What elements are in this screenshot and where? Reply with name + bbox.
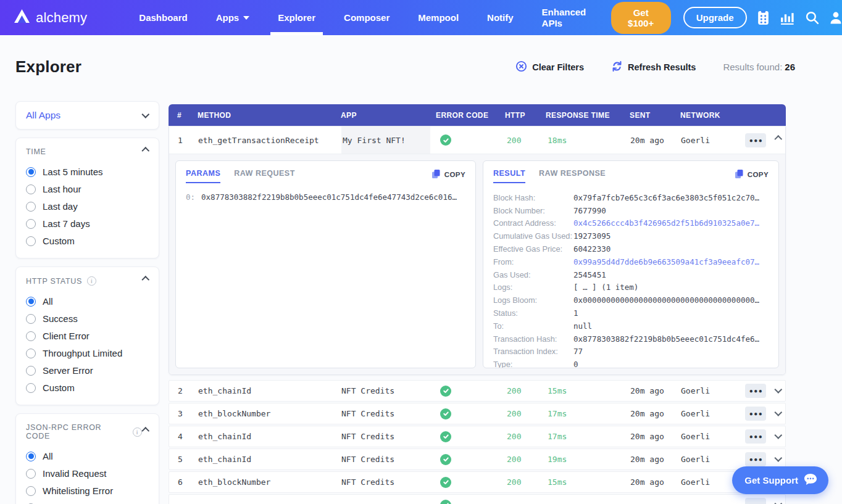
radio-option-last-5-minutes[interactable]: Last 5 minutes [26,167,149,177]
radio-option-custom-http[interactable]: Custom [26,382,149,393]
info-icon[interactable]: i [133,428,142,437]
radio-option-client-error[interactable]: Client Error [26,331,149,341]
collapse-chevron-icon[interactable] [141,147,149,155]
radio-option-server-error[interactable]: Server Error [26,365,149,376]
row-more-button[interactable]: ●●● [745,498,766,504]
radio-option-throughput-limited[interactable]: Throughput Limited [26,348,149,358]
collapse-chevron-icon[interactable] [141,276,149,284]
info-icon[interactable]: i [87,276,96,286]
row-more-button[interactable]: ●●● [745,429,766,444]
copy-request-button[interactable]: COPY [431,169,465,180]
get-credit-button[interactable]: Get $100+ [611,2,671,34]
radio-selected [26,452,36,461]
radio [26,349,36,358]
request-pane: PARAMS RAW REQUEST COPY 0:0x8778303882f2… [175,160,476,368]
request-detail-panel: PARAMS RAW REQUEST COPY 0:0x8778303882f2… [169,154,785,374]
chat-bubble-icon [804,473,818,487]
upgrade-button[interactable]: Upgrade [683,7,747,28]
radio-option-last-day[interactable]: Last day [26,201,149,212]
stats-icon[interactable] [780,10,795,26]
radio-option-last-7-days[interactable]: Last 7 days [26,218,149,229]
nav-item-composer[interactable]: Composer [344,0,390,35]
result-field: Block Hash:0x79fa7fcb7e65c3c6f3ac6e3803c… [493,191,769,204]
table-row[interactable]: 5 eth_chainId NFT Credits 200 19ms 20m a… [169,448,786,470]
expand-row-chevron-icon[interactable] [776,500,782,504]
param-key: 0: [186,192,195,202]
table-row[interactable]: 2 eth_chainId NFT Credits 200 15ms 20m a… [169,380,786,402]
address-link[interactable]: 0x4c5266ccc4b3f426965d2f51b6d910325a0e7… [573,218,759,228]
success-check-icon [440,431,451,442]
nav-item-enhanced-apis[interactable]: Enhanced APIs [542,0,594,35]
table-row[interactable]: 3 eth_blockNumber NFT Credits 200 17ms 2… [169,403,786,424]
table-row[interactable]: ●●● [169,494,786,504]
table-header-row: # METHOD APP ERROR CODE HTTP RESPONSE TI… [169,104,786,126]
radio [26,219,36,229]
col-num: # [177,111,198,120]
success-check-icon [440,477,451,488]
page-title: Explorer [15,57,81,76]
tab-result[interactable]: RESULT [493,169,525,183]
radio-option-last-hour[interactable]: Last hour [26,184,149,194]
radio [26,331,36,341]
clear-filters-button[interactable]: Clear Filters [515,60,584,74]
nav-right-cluster: Get $100+ Upgrade [611,2,842,34]
refresh-results-button[interactable]: Refresh Results [611,60,696,74]
radio-option-http-all[interactable]: All [26,296,149,307]
search-icon[interactable] [805,10,819,26]
expand-row-chevron-icon[interactable] [776,409,782,418]
address-link[interactable]: 0x99a95d4d7dde6b9e663509a41cf3a9eeafc07… [573,257,759,266]
app-select-dropdown[interactable]: All Apps [15,101,159,130]
table-row[interactable]: 6 eth_blockNumber NFT Credits 200 15ms 2… [169,471,786,493]
filter-section-title: JSON-RPC ERROR CODE [26,423,128,440]
filter-section-rpc-error: JSON-RPC ERROR CODE i All Invalid Reques… [15,413,159,504]
nav-item-dashboard[interactable]: Dashboard [139,0,187,35]
result-field: Cumulative Gas Used:19273095 [493,229,769,242]
radio-option-success[interactable]: Success [26,313,149,324]
table-row[interactable]: 1 eth_getTransactionReceipt My First NFT… [169,126,785,154]
response-pane: RESULT RAW RESPONSE COPY Block Hash:0x79… [483,160,779,368]
radio-selected [26,297,36,307]
result-field: Effective Gas Price:60422330 [493,242,769,255]
collapse-row-chevron-icon[interactable] [776,136,782,145]
radio [26,469,36,479]
radio-option-whitelisting-error[interactable]: Whitelisting Error [26,485,149,496]
nav-item-mempool[interactable]: Mempool [418,0,459,35]
collapse-chevron-icon[interactable] [141,427,149,435]
user-icon[interactable] [829,10,842,26]
tab-raw-response[interactable]: RAW RESPONSE [539,169,606,182]
page-header: Explorer Clear Filters Refresh Results R… [15,57,842,76]
col-app: APP [341,111,436,120]
row-more-button[interactable]: ●●● [745,133,766,147]
nav-item-explorer[interactable]: Explorer [278,0,315,35]
row-more-button[interactable]: ●●● [745,407,766,421]
result-field: Gas Used:2545451 [493,268,769,281]
nav-item-notify[interactable]: Notify [487,0,514,35]
tab-raw-request[interactable]: RAW REQUEST [234,169,295,182]
radio-option-invalid-request[interactable]: Invalid Request [26,468,149,479]
expand-row-chevron-icon[interactable] [776,432,782,441]
get-support-button[interactable]: Get Support [732,466,828,494]
radio [26,184,36,194]
refresh-icon [611,60,623,74]
row-more-button[interactable]: ●●● [745,384,766,398]
row-more-button[interactable]: ●●● [745,452,766,466]
result-field-list: Block Hash:0x79fa7fcb7e65c3c6f3ac6e3803c… [493,191,769,368]
filter-section-time: TIME Last 5 minutes Last hour Last day L… [15,138,159,258]
filter-section-http-status: HTTP STATUS i All Success Client Error T… [15,266,159,405]
col-response-time: RESPONSE TIME [546,111,630,120]
billing-icon[interactable] [757,10,770,26]
radio-option-rpc-all[interactable]: All [26,451,149,461]
alchemy-logo[interactable]: alchemy [14,9,87,27]
expand-row-chevron-icon[interactable] [776,455,782,464]
copy-icon [431,169,441,180]
nav-links: Dashboard Apps Explorer Composer Mempool… [139,0,611,35]
table-row[interactable]: 4 eth_chainId NFT Credits 200 17ms 20m a… [169,426,786,447]
tab-params[interactable]: PARAMS [186,169,220,183]
copy-response-button[interactable]: COPY [735,169,769,180]
expand-row-chevron-icon[interactable] [776,386,782,395]
radio [26,366,36,376]
filters-sidebar: All Apps TIME Last 5 minutes Last hour L… [15,101,159,504]
top-nav: alchemy Dashboard Apps Explorer Composer… [0,0,842,35]
radio-option-custom-time[interactable]: Custom [26,236,149,246]
nav-item-apps[interactable]: Apps [216,0,250,35]
